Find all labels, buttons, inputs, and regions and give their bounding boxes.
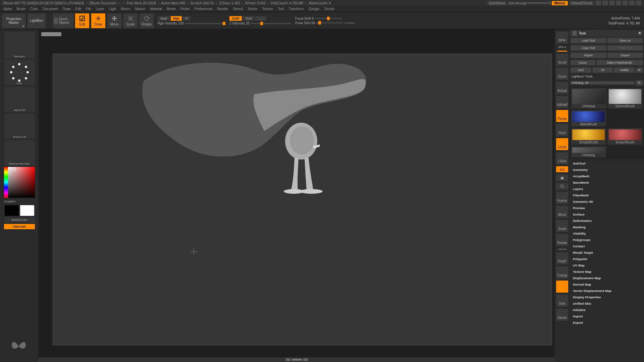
tool-thumb-umhang[interactable]: Umhang bbox=[571, 88, 606, 109]
scroll-button[interactable]: Scroll bbox=[556, 54, 568, 66]
canvas-scroll-handle[interactable] bbox=[41, 32, 61, 36]
menu-document[interactable]: Document bbox=[43, 7, 58, 11]
canvas-area[interactable] bbox=[39, 29, 555, 362]
scale-mode-button[interactable]: Scale bbox=[123, 13, 138, 28]
canvas-scale-button[interactable]: Scale bbox=[556, 220, 568, 232]
secondary-color-swatch[interactable] bbox=[5, 205, 19, 216]
see-through-slider[interactable]: See-through 0 bbox=[508, 1, 550, 5]
section-visibility[interactable]: Visibility bbox=[570, 230, 644, 237]
section-preview[interactable]: Preview bbox=[570, 205, 644, 211]
material-selector[interactable]: MatCap Red Wax bbox=[4, 140, 35, 166]
lock-button[interactable] bbox=[556, 174, 568, 181]
section-unified-skin[interactable]: Unified Skin bbox=[570, 300, 644, 307]
move-mode-button[interactable]: Move bbox=[107, 13, 121, 28]
win-btn-4[interactable] bbox=[616, 1, 621, 5]
projection-master-button[interactable]: Projection Master bbox=[2, 13, 25, 28]
close-button[interactable] bbox=[636, 1, 641, 5]
clone-button[interactable]: Clone bbox=[571, 60, 595, 65]
menu-preferences[interactable]: Preferences bbox=[195, 7, 213, 11]
goz-button[interactable]: GoZ bbox=[571, 67, 591, 73]
menu-transform[interactable]: Transform bbox=[288, 7, 304, 11]
menu-draw[interactable]: Draw bbox=[63, 7, 70, 11]
transp-button[interactable]: Transp bbox=[556, 266, 568, 279]
section-fibermesh[interactable]: FiberMesh bbox=[570, 192, 644, 198]
tool-thumb-simplebrush[interactable]: SimpleBrush bbox=[571, 128, 606, 145]
rgb-intensity-slider[interactable]: Rgb Intensity 100 bbox=[158, 21, 225, 25]
tool-r-button[interactable]: R bbox=[636, 80, 643, 85]
menu-brush[interactable]: Brush bbox=[17, 7, 25, 11]
lightbox-tools-button[interactable]: Lightbox> Tools bbox=[570, 74, 644, 79]
section-surface[interactable]: Surface bbox=[570, 211, 644, 218]
stroke-selector[interactable]: Dots bbox=[4, 60, 35, 85]
switch-color-button[interactable]: SwitchColor bbox=[4, 217, 35, 223]
focal-shift-slider[interactable]: Focal Shift 0 bbox=[295, 17, 355, 20]
bottom-scrollbar[interactable] bbox=[39, 357, 555, 362]
section-contact[interactable]: Contact bbox=[570, 243, 644, 249]
solo-button[interactable]: Solo bbox=[556, 295, 568, 307]
quicksave-button[interactable]: QuickSave bbox=[487, 1, 507, 5]
persp-button[interactable]: Persp bbox=[556, 110, 568, 122]
menu-texture[interactable]: Texture bbox=[262, 7, 273, 11]
paste-tool-button[interactable]: Paste Tool bbox=[607, 45, 643, 51]
section-layers[interactable]: Layers bbox=[570, 186, 644, 192]
section-deformation[interactable]: Deformation bbox=[570, 218, 644, 224]
texture-selector[interactable]: Texture Off bbox=[4, 113, 35, 139]
lsym-button[interactable]: LSym bbox=[556, 152, 568, 164]
default-zscript[interactable]: DefaultZScript bbox=[569, 1, 594, 5]
save-as-button[interactable]: Save As bbox=[607, 38, 643, 43]
menu-movie[interactable]: Movie bbox=[167, 7, 176, 11]
menu-light[interactable]: Light bbox=[109, 7, 116, 11]
aahalf-button[interactable]: AAHalf bbox=[556, 96, 568, 108]
menu-file[interactable]: File bbox=[86, 7, 91, 11]
tool-thumb-spherebrush[interactable]: SphereBrush bbox=[607, 88, 643, 109]
section-geometry[interactable]: Geometry bbox=[570, 167, 644, 173]
ghost-button[interactable] bbox=[556, 281, 568, 293]
mrgb-button[interactable]: Mrgb bbox=[158, 16, 170, 21]
win-btn-1[interactable] bbox=[596, 1, 601, 5]
z-intensity-slider[interactable]: Z Intensity 25 bbox=[229, 21, 291, 25]
tool-thumb-alphabrush[interactable]: AlphaBrush bbox=[571, 110, 606, 127]
tool-name-slider[interactable]: Umhang. 48 bbox=[571, 81, 634, 84]
section-geometry-hd[interactable]: Geometry HD bbox=[570, 198, 644, 205]
minimize-button[interactable] bbox=[623, 1, 628, 5]
menu-marker[interactable]: Marker bbox=[135, 7, 145, 11]
section-initialize[interactable]: Initialize bbox=[570, 307, 644, 313]
menu-stencil[interactable]: Stencil bbox=[233, 7, 243, 11]
color-picker[interactable] bbox=[4, 167, 35, 198]
section-normal-map[interactable]: Normal Map bbox=[570, 281, 644, 288]
menu-color[interactable]: Color bbox=[30, 7, 38, 11]
section-polygroups[interactable]: Polygroups bbox=[570, 237, 644, 243]
goz-r-button[interactable]: R bbox=[636, 67, 643, 73]
menu-zplugin[interactable]: Zplugin bbox=[309, 7, 320, 11]
spix-label[interactable]: SPix 3 bbox=[558, 46, 566, 49]
tool-thumb-umhang2[interactable]: Umhang bbox=[571, 146, 606, 158]
rotate-mode-button[interactable]: Rotate bbox=[140, 13, 154, 28]
menus-toggle[interactable]: Menus bbox=[552, 1, 568, 5]
section-displacement-map[interactable]: Displacement Map bbox=[570, 275, 644, 281]
alpha-selector[interactable]: Alpha Off bbox=[4, 86, 35, 112]
section-display-properties[interactable]: Display Properties bbox=[570, 294, 644, 300]
sv-box[interactable] bbox=[8, 167, 35, 198]
section-polypaint[interactable]: Polypaint bbox=[570, 256, 644, 262]
polyf-button[interactable]: PolyF bbox=[556, 252, 568, 264]
draw-size-slider[interactable]: Draw Size 64 Dynamic bbox=[295, 21, 355, 25]
canvas-move-button[interactable]: Move bbox=[556, 206, 568, 218]
menu-tool[interactable]: Tool bbox=[278, 7, 284, 11]
bpr-button[interactable]: BPR bbox=[556, 32, 568, 44]
actual-button[interactable]: Actual bbox=[556, 82, 568, 94]
section-subtool[interactable]: SubTool bbox=[570, 160, 644, 167]
menu-alpha[interactable]: Alpha bbox=[3, 7, 12, 11]
goz-all-button[interactable]: All bbox=[592, 67, 613, 73]
import-button[interactable]: Import bbox=[571, 53, 606, 58]
load-tool-button[interactable]: Load Tool bbox=[571, 38, 606, 43]
zadd-button[interactable]: Zadd bbox=[229, 16, 242, 21]
win-btn-3[interactable] bbox=[609, 1, 614, 5]
primary-color-swatch[interactable] bbox=[20, 205, 34, 216]
brush-selector[interactable]: Standard bbox=[4, 32, 35, 58]
m-button[interactable]: M bbox=[182, 16, 191, 21]
section-masking[interactable]: Masking bbox=[570, 224, 644, 230]
magnify-button[interactable] bbox=[556, 183, 568, 190]
section-export[interactable]: Export bbox=[570, 319, 644, 326]
section-morph-target[interactable]: Morph Target bbox=[570, 249, 644, 256]
spix-slider[interactable] bbox=[557, 51, 567, 52]
